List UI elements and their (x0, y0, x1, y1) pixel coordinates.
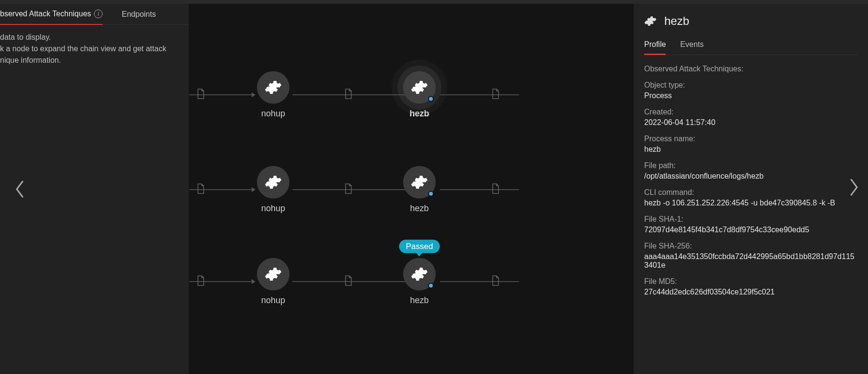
file-icon (344, 275, 353, 288)
tab-profile[interactable]: Profile (644, 40, 666, 55)
field-file-path: File path: /opt/atlassian/confluence/log… (644, 161, 857, 181)
empty-message-line: data to display. (0, 32, 189, 43)
left-panel-content: data to display. k a node to expand the … (0, 25, 189, 66)
graph-row: nohup hezb (189, 61, 633, 128)
file-icon (197, 89, 205, 101)
file-icon (491, 89, 500, 101)
node-label: hezb (410, 295, 428, 306)
tab-label: bserved Attack Techniques (0, 10, 91, 18)
left-panel-tabs: bserved Attack Techniques i Endpoints (0, 4, 189, 25)
node-label: hezb (409, 109, 429, 119)
field-label: Process name: (644, 135, 857, 143)
field-value: 72097d4e8145f4b341c7d8df9754c33cee90edd5 (644, 226, 857, 234)
process-node-nohup[interactable]: nohup (257, 71, 289, 119)
detail-title-text: hezb (664, 14, 689, 28)
tab-label: Endpoints (122, 10, 156, 19)
empty-message-line: nique information. (0, 55, 189, 66)
field-cli-command: CLI command: hezb -o 106.251.252.226:454… (644, 188, 857, 207)
chevron-right-icon (848, 179, 859, 196)
node-label: nohup (261, 204, 285, 214)
process-node-hezb[interactable]: hezb (403, 71, 436, 119)
field-label: Created: (644, 108, 857, 116)
field-process-name: Process name: hezb (644, 135, 857, 154)
next-button[interactable] (843, 177, 864, 198)
gear-icon (411, 266, 428, 283)
gear-icon (265, 174, 282, 191)
process-node-hezb[interactable]: hezb (403, 166, 436, 214)
gear-icon (265, 266, 282, 283)
chevron-left-icon (15, 181, 25, 198)
process-node-hezb[interactable]: Passed hezb (403, 258, 436, 306)
process-node-nohup[interactable]: nohup (257, 258, 289, 306)
tab-events[interactable]: Events (680, 40, 704, 55)
field-label: File MD5: (644, 277, 857, 286)
field-label: File SHA-1: (644, 215, 857, 224)
prev-button[interactable] (10, 179, 31, 200)
field-value: aaa4aaa14e351350fccbda72d442995a65bd1bb8… (644, 252, 857, 270)
field-sha1: File SHA-1: 72097d4e8145f4b341c7d8df9754… (644, 215, 857, 234)
detail-title: hezb (644, 14, 857, 28)
file-icon (491, 183, 500, 196)
field-object-type: Object type: Process (644, 81, 857, 100)
gear-icon (411, 174, 428, 191)
detail-panel: hezb Profile Events Observed Attack Tech… (633, 4, 868, 374)
empty-message-line: k a node to expand the chain view and ge… (0, 43, 189, 55)
field-created: Created: 2022-06-04 11:57:40 (644, 108, 857, 127)
file-icon (197, 183, 205, 196)
info-icon[interactable]: i (94, 10, 103, 18)
field-label: Object type: (644, 81, 857, 90)
gear-icon (265, 79, 282, 96)
tab-endpoints[interactable]: Endpoints (122, 10, 156, 24)
status-dot (428, 283, 434, 289)
node-label: hezb (410, 204, 428, 214)
gear-icon (411, 79, 428, 96)
field-value: hezb -o 106.251.252.226:4545 -u bde47c39… (644, 199, 857, 207)
node-label: nohup (261, 109, 285, 119)
graph-row: nohup Passed hezb (189, 248, 633, 315)
gear-icon (644, 15, 657, 27)
field-sha256: File SHA-256: aaa4aaa14e351350fccbda72d4… (644, 242, 857, 270)
detail-tabs: Profile Events (644, 40, 857, 55)
field-value: 27c44dd2edc626df03504ce129f5c021 (644, 288, 857, 296)
file-icon (344, 89, 353, 101)
node-label: nohup (261, 295, 285, 306)
field-value: Process (644, 91, 857, 100)
graph-row: nohup hezb (189, 156, 633, 223)
tab-observed-attack-techniques[interactable]: bserved Attack Techniques i (0, 10, 103, 25)
field-md5: File MD5: 27c44dd2edc626df03504ce129f5c0… (644, 277, 857, 296)
left-panel: bserved Attack Techniques i Endpoints da… (0, 4, 189, 374)
process-graph[interactable]: nohup hezb (189, 4, 633, 374)
file-icon (344, 183, 353, 196)
field-label: Observed Attack Techniques: (644, 65, 857, 73)
status-badge: Passed (399, 240, 440, 253)
field-value: hezb (644, 145, 857, 154)
field-label: File SHA-256: (644, 242, 857, 250)
field-label: CLI command: (644, 188, 857, 197)
field-label: File path: (644, 161, 857, 170)
detail-fields: Observed Attack Techniques: Object type:… (644, 65, 857, 296)
file-icon (491, 275, 500, 288)
status-dot (428, 96, 434, 102)
file-icon (197, 275, 205, 288)
field-value: /opt/atlassian/confluence/logs/hezb (644, 172, 857, 181)
status-dot (428, 191, 434, 197)
field-observed-attack-techniques: Observed Attack Techniques: (644, 65, 857, 73)
field-value: 2022-06-04 11:57:40 (644, 118, 857, 127)
process-node-nohup[interactable]: nohup (257, 166, 289, 214)
